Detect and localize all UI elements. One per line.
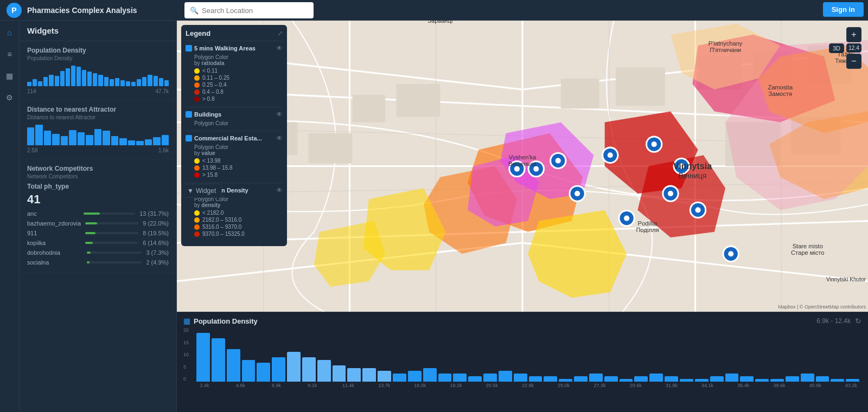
legend-color-dot xyxy=(194,75,200,81)
legend-item-label: 2182.0 – 5316.0 xyxy=(202,217,241,223)
bar-chart-item[interactable] xyxy=(740,376,754,382)
bar-chart-item[interactable] xyxy=(393,374,406,382)
mini-bar-item xyxy=(104,77,108,86)
legend-eye-icon[interactable]: 👁 xyxy=(276,134,283,142)
bar-chart-item[interactable] xyxy=(589,374,603,382)
mini-bar-item xyxy=(119,138,126,145)
legend-layer-icon xyxy=(186,45,192,52)
app-title: Pharmacies Complex Analysis xyxy=(27,6,137,15)
bar-chart-item[interactable] xyxy=(649,374,663,382)
svg-text:Vinnytski Khutor: Vinnytski Khutor xyxy=(826,276,866,282)
search-input[interactable] xyxy=(202,7,308,15)
zoom-in-button[interactable]: + xyxy=(846,27,861,42)
svg-point-57 xyxy=(608,152,613,158)
bar-chart-item[interactable] xyxy=(317,360,331,382)
bar-chart-item[interactable] xyxy=(408,371,422,382)
map-area[interactable]: Vinnytsia Вінниця Vyshеn'ka Вишенька Pod… xyxy=(177,21,868,312)
bar-chart-axis: 2.4k4.6k6.9k9.1k11.4k13.7k16.0k18.2k20.5… xyxy=(194,382,861,388)
bar-chart-item[interactable] xyxy=(816,376,829,382)
bar-chart-item[interactable] xyxy=(529,376,542,382)
axis-spacer xyxy=(286,383,303,388)
bar-chart-item[interactable] xyxy=(242,360,256,382)
legend-expand-icon[interactable]: ⤢ xyxy=(278,30,283,37)
legend-by: by value xyxy=(194,150,283,156)
ph-bar-wrap xyxy=(87,252,142,254)
bar-chart-item[interactable] xyxy=(634,376,648,382)
search-bar[interactable]: 🔍 xyxy=(184,2,314,18)
axis-spacer xyxy=(250,383,266,388)
bar-chart-item[interactable] xyxy=(272,357,285,382)
ph-count: 8 (19.5%) xyxy=(143,230,169,236)
bar-chart-item[interactable] xyxy=(196,333,210,382)
bar-chart-item[interactable] xyxy=(604,376,618,382)
sidebar-layers-icon[interactable]: ≡ xyxy=(2,47,17,62)
axis-spacer xyxy=(681,383,698,388)
bar-chart-item[interactable] xyxy=(302,357,316,382)
axis-spacer xyxy=(538,383,554,388)
sidebar-settings-icon[interactable]: ⚙ xyxy=(2,90,17,105)
mini-bar-item xyxy=(33,79,37,86)
bar-chart-item[interactable] xyxy=(710,376,724,382)
axis-spacer: 11.4k xyxy=(340,383,356,388)
widget-da-chart xyxy=(27,124,169,145)
ph-bar xyxy=(87,252,91,254)
chart-refresh-icon[interactable]: ↻ xyxy=(855,317,861,325)
bar-chart-item[interactable] xyxy=(499,371,512,382)
zoom-out-button[interactable]: − xyxy=(846,54,861,69)
bar-chart-item[interactable] xyxy=(423,368,437,382)
widget-button[interactable]: ▼ Widget xyxy=(181,184,222,198)
bar-chart-item[interactable] xyxy=(665,376,678,382)
bar-chart-item[interactable] xyxy=(453,374,467,382)
bar-chart-item[interactable] xyxy=(483,374,497,382)
ph-name: 911 xyxy=(27,230,81,236)
legend-color-dot xyxy=(194,210,200,216)
bar-chart-item[interactable] xyxy=(362,368,376,382)
bar-chart-item[interactable] xyxy=(574,376,588,382)
chevron-down-icon: ▼ xyxy=(187,187,194,195)
mini-bar-item xyxy=(162,135,169,145)
axis-spacer: 31.8k xyxy=(663,383,680,388)
bar-chart-item[interactable] xyxy=(438,374,452,382)
bar-chart-item[interactable] xyxy=(227,349,240,382)
mini-bar-item xyxy=(78,132,85,145)
bar-chart-item[interactable] xyxy=(514,374,527,382)
bar-chart-item[interactable] xyxy=(257,363,270,382)
axis-spacer xyxy=(502,383,518,388)
legend-item-label: 0.4 – 0.8 xyxy=(202,89,224,95)
mini-bar-item xyxy=(43,77,48,86)
legend-color-dot xyxy=(194,231,200,237)
legend-by: by ratiodata xyxy=(194,60,283,66)
mini-bar-item xyxy=(154,76,158,86)
legend-eye-icon[interactable]: 👁 xyxy=(276,186,283,194)
bar-chart-item[interactable] xyxy=(347,368,361,382)
bar-chart-item[interactable] xyxy=(786,376,799,382)
bar-chart-item[interactable] xyxy=(378,371,391,382)
axis-spacer xyxy=(214,383,231,388)
legend-type: Polygon Color xyxy=(194,120,283,126)
chart-bar-icon: ▦ xyxy=(183,317,190,325)
bar-chart-item[interactable] xyxy=(801,374,814,382)
legend-eye-icon[interactable]: 👁 xyxy=(276,111,283,118)
mini-bar-item xyxy=(71,66,75,86)
legend-item: 2182.0 – 5316.0 xyxy=(186,216,283,223)
axis-spacer: 9.1k xyxy=(304,383,321,388)
axis-spacer: 13.7k xyxy=(376,383,392,388)
bar-chart-item[interactable] xyxy=(287,352,301,382)
bar-chart-item[interactable] xyxy=(725,374,739,382)
svg-text:Зарванці: Зарванці xyxy=(427,21,452,24)
sidebar-chart-icon[interactable]: ▦ xyxy=(2,68,17,83)
legend-item: < 2182.0 xyxy=(186,209,283,216)
bar-chart-item[interactable] xyxy=(333,365,346,382)
mini-bar-item xyxy=(148,75,152,86)
signin-button[interactable]: Sign in xyxy=(823,2,864,17)
map-3d-button[interactable]: 3D xyxy=(829,43,844,53)
legend-item: > 15.8 xyxy=(186,171,283,178)
bar-chart-area: 2.4k4.6k6.9k9.1k11.4k13.7k16.0k18.2k20.5… xyxy=(183,327,861,408)
bar-chart-item[interactable] xyxy=(212,338,225,382)
bar-chart-item[interactable] xyxy=(468,376,482,382)
sidebar-home-icon[interactable]: ⌂ xyxy=(2,25,17,40)
mini-bar-item xyxy=(137,79,141,86)
bar-chart-item[interactable] xyxy=(544,376,557,382)
ph-type-row: dobrohodnia 3 (7.3%) xyxy=(27,248,169,258)
legend-eye-icon[interactable]: 👁 xyxy=(276,44,283,52)
